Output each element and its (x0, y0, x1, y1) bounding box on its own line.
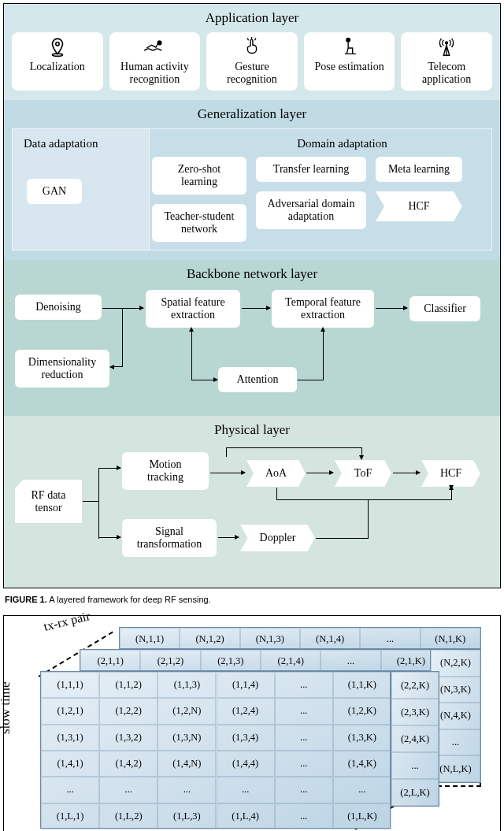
app-telecom: Telecom application (401, 32, 492, 91)
aoa-hex: AoA (246, 460, 306, 487)
antenna-icon (435, 37, 458, 58)
dimred-box: Dimensionality reduction (15, 350, 109, 388)
app-har: Human activity recognition (109, 32, 201, 91)
tensor-cell: (1,1,K) (333, 672, 391, 698)
tensor-cell: (1,2,4) (217, 698, 275, 724)
gen-layer-title: Generalization layer (12, 106, 492, 122)
tensor-cell: (2,1,4) (261, 650, 321, 672)
tensor-cell: (2,4,K) (391, 725, 439, 752)
tap-icon (240, 37, 264, 58)
tensor-cell: (1,3,1) (41, 725, 99, 751)
tensor-cell: (2,L,K) (391, 779, 439, 806)
tensor-cell: (1,3,N) (158, 725, 216, 751)
backbone-flow: Denoising Dimensionality reduction Spati… (12, 288, 492, 406)
tensor-cell: (N,1,1) (120, 628, 180, 650)
tof-hex: ToF (335, 460, 391, 487)
slow-time-label: slow time (0, 681, 13, 734)
tensor-cell: ... (275, 725, 333, 751)
sit-icon (338, 37, 361, 58)
physical-layer: Physical layer RF data tensor Motion tra… (4, 416, 500, 588)
tensor-cell: (1,4,1) (41, 751, 99, 777)
denoising-box: Denoising (15, 295, 102, 320)
meta-learning-box: Meta learning (376, 157, 462, 182)
tensor-cell: (1,L,1) (41, 803, 99, 829)
tensor-cell: (N,1,4) (300, 628, 360, 650)
classifier-box: Classifier (410, 296, 480, 321)
tensor-cell: (1,1,4) (217, 672, 275, 698)
front-face: (1,1,1)(1,1,2)(1,1,3)(1,1,4)...(1,1,K)(1… (40, 671, 391, 829)
top-back-face: (N,1,1)(N,1,2)(N,1,3)(N,1,4)...(N,1,K) (119, 627, 481, 649)
tensor-cell: (1,2,2) (99, 698, 158, 724)
tensor-cell: ... (391, 752, 439, 779)
tensor-cell: (1,2,1) (41, 698, 99, 724)
tensor-cell: (1,1,3) (158, 672, 216, 698)
physical-title: Physical layer (12, 422, 492, 438)
domain-adapt-title: Domain adaptation (152, 137, 485, 150)
tensor-cell: (1,2,N) (158, 698, 216, 724)
tensor-cell: ... (275, 698, 333, 724)
tensor-cell: ... (333, 777, 391, 803)
rf-tensor-box: RF data tensor (15, 480, 82, 523)
tensor-cell: ... (158, 777, 216, 803)
data-adapt-title: Data adaptation (19, 137, 143, 150)
svg-point-3 (346, 38, 350, 42)
attention-box: Attention (218, 367, 297, 392)
figure-1: Application layer Localization Human act… (3, 3, 501, 588)
tensor-cell: (1,4,N) (158, 751, 216, 777)
tensor-diagram: tx-rx pair slow time (N,1,1)(N,1,2)(N,1,… (4, 616, 500, 831)
tensor-cell: ... (275, 672, 333, 698)
backbone-title: Backbone network layer (12, 266, 492, 282)
tensor-cell: (1,4,K) (333, 751, 391, 777)
tensor-cell: (2,3,K) (391, 699, 439, 725)
tensor-cell: ... (321, 650, 380, 672)
tensor-cell: ... (41, 777, 99, 803)
tensor-cell: (1,4,4) (217, 751, 275, 777)
tensor-cell: (N,1,2) (180, 628, 239, 650)
tensor-cell: (1,4,2) (99, 751, 158, 777)
tensor-cell: ... (275, 803, 333, 829)
app-label: Localization (30, 61, 85, 73)
tensor-cell: (2,2,K) (391, 672, 439, 699)
swim-icon (143, 37, 166, 58)
hcf-hex: HCF (376, 191, 462, 221)
app-row: Localization Human activity recognition … (12, 32, 492, 91)
generalization-layer: Generalization layer Data adaptation GAN… (4, 100, 500, 260)
tensor-cell: (1,2,K) (333, 698, 391, 724)
tensor-cell: (1,1,1) (41, 672, 99, 698)
motion-tracking-box: Motion tracking (122, 452, 209, 490)
tensor-cell: (1,L,2) (99, 803, 158, 829)
app-label: Telecom application (404, 61, 489, 86)
application-layer: Application layer Localization Human act… (4, 4, 500, 100)
tensor-cell: (2,1,3) (201, 650, 261, 672)
app-label: Pose estimation (314, 61, 384, 73)
tensor-cell: ... (360, 628, 420, 650)
adversarial-box: Adversarial domain adaptation (256, 191, 366, 229)
top-mid-face: (2,1,1)(2,1,2)(2,1,3)(2,1,4)...(2,1,K) (80, 649, 442, 671)
zero-shot-box: Zero-shot learning (152, 157, 246, 195)
spatial-box: Spatial feature extraction (146, 290, 240, 328)
teacher-student-box: Teacher-student network (152, 204, 246, 242)
figure-2: tx-rx pair slow time (N,1,1)(N,1,2)(N,1,… (3, 615, 501, 831)
tensor-cell: (1,3,4) (217, 725, 275, 751)
domain-adaptation-group: Domain adaptation Zero-shot learning Tea… (110, 128, 492, 250)
app-label: Human activity recognition (113, 61, 198, 86)
app-layer-title: Application layer (12, 10, 492, 26)
physical-flow: RF data tensor Motion tracking Signal tr… (12, 444, 492, 578)
tensor-cell: (1,L,3) (158, 803, 216, 829)
hcf-phys-hex: HCF (421, 460, 480, 487)
app-pose: Pose estimation (304, 32, 395, 91)
app-localization: Localization (12, 32, 103, 91)
tensor-cell: ... (217, 777, 275, 803)
app-gesture: Gesture recognition (206, 32, 298, 91)
caption-label: FIGURE 1. (5, 595, 47, 604)
tensor-cell: (1,3,K) (333, 725, 391, 751)
figure-1-caption: FIGURE 1. A layered framework for deep R… (0, 592, 504, 612)
svg-point-0 (56, 43, 59, 46)
tensor-cell: (2,1,1) (80, 650, 140, 672)
tensor-cell: (1,3,2) (99, 725, 158, 751)
tensor-cell: (1,L,4) (217, 803, 275, 829)
gan-box: GAN (27, 179, 82, 204)
tensor-cell: (2,1,2) (140, 650, 200, 672)
tensor-cell: (1,L,K) (333, 803, 391, 829)
transfer-learning-box: Transfer learning (256, 157, 366, 182)
